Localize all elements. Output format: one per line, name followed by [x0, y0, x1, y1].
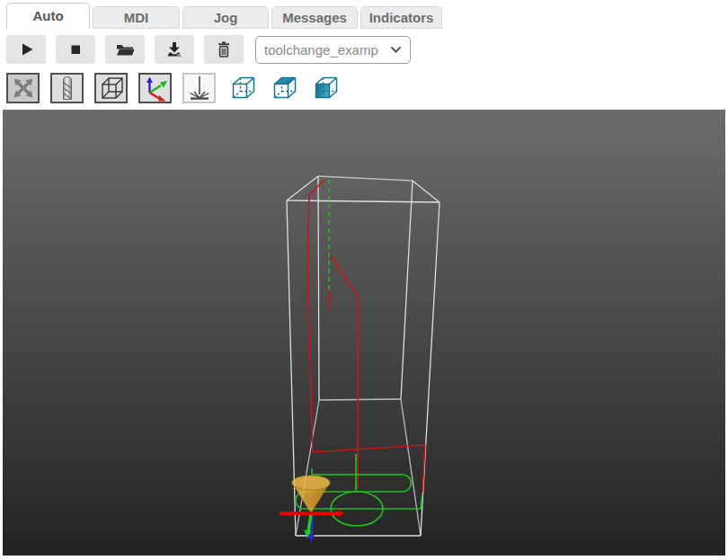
view-front-button[interactable]: [309, 73, 342, 103]
endmill-icon: [54, 75, 81, 102]
chevron-down-icon: [390, 46, 402, 54]
folder-open-icon: [114, 39, 136, 60]
zoom-to-extents-button[interactable]: [6, 73, 40, 103]
gcode-file-select-value: toolchange_examp: [264, 42, 390, 58]
xyz-axes-icon: [142, 75, 169, 102]
download-tray-icon: [164, 39, 185, 60]
tab-bar: Auto MDI Jog Messages Indicators: [6, 3, 445, 29]
open-file-button[interactable]: [105, 35, 145, 64]
play-icon: [15, 39, 37, 60]
spark-icon: [186, 75, 213, 102]
tab-messages[interactable]: Messages: [271, 6, 358, 29]
view-top-button[interactable]: [268, 73, 301, 103]
show-axes-button[interactable]: [138, 73, 172, 103]
upload-file-button[interactable]: [155, 35, 194, 64]
expand-arrows-icon: [10, 75, 37, 102]
file-toolbar: toolchange_examp: [6, 35, 411, 64]
view-toolbar: [6, 73, 351, 103]
tab-jog[interactable]: Jog: [182, 6, 269, 29]
gcode-file-select[interactable]: toolchange_examp: [255, 36, 411, 64]
origin-axes: [280, 510, 344, 543]
view-perspective-button[interactable]: [226, 73, 260, 103]
trash-icon: [213, 39, 235, 60]
stop-icon: [65, 39, 86, 60]
stop-program-button[interactable]: [56, 35, 95, 64]
show-spindle-button[interactable]: [182, 73, 216, 103]
teal-cube-top-face-icon: [271, 74, 299, 102]
show-tool-button[interactable]: [50, 73, 84, 103]
run-program-button[interactable]: [6, 35, 46, 64]
backplot-scene: [3, 110, 725, 556]
teal-cube-front-face-icon: [312, 74, 341, 102]
teal-wireframe-cube-icon: [229, 74, 258, 102]
delete-file-button[interactable]: [204, 35, 244, 64]
show-machine-bounds-button[interactable]: [94, 73, 128, 103]
tab-mdi[interactable]: MDI: [93, 6, 180, 29]
tab-auto[interactable]: Auto: [6, 3, 90, 29]
backplot-3d-viewport[interactable]: [3, 110, 725, 556]
tab-indicators[interactable]: Indicators: [360, 6, 442, 29]
wireframe-cube-icon: [98, 75, 125, 102]
